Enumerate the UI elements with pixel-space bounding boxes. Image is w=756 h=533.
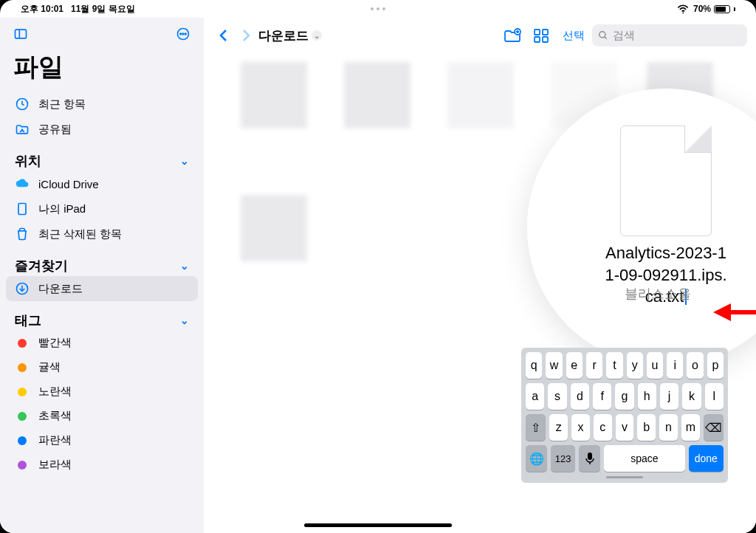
svg-rect-17 [588,453,592,460]
file-item[interactable] [447,62,514,128]
tag-dot-icon [15,412,30,421]
key-j[interactable]: j [660,383,678,410]
view-mode-button[interactable] [527,25,555,46]
search-input[interactable]: 검색 [592,24,747,47]
sidebar-tag-item[interactable]: 노란색 [6,379,198,404]
key-m[interactable]: m [681,414,700,441]
sidebar-item-icloud[interactable]: iCloud Drive [6,171,198,196]
keyboard-drag-handle[interactable] [606,476,643,478]
sidebar-item-label: 공유됨 [38,123,72,137]
sidebar: 파일 최근 항목 공유됨 위치 ⌄ iClo [0,18,204,533]
chevron-down-icon: ⌄ [312,30,322,41]
chevron-down-icon: ⌄ [180,155,189,167]
sidebar-tag-item[interactable]: 보라색 [6,453,198,477]
chevron-down-icon: ⌄ [180,314,189,326]
section-locations[interactable]: 위치 ⌄ [6,142,198,171]
sidebar-item-label: 최근 삭제된 항목 [38,227,122,241]
breadcrumb-label: 다운로드 [258,27,309,44]
multitask-dots[interactable] [371,7,385,10]
floating-keyboard[interactable]: qwertyuiop asdfghjkl ⇧zxcvbnm⌫ 🌐 123 spa… [521,348,728,483]
sidebar-tag-item[interactable]: 귤색 [6,355,198,379]
key-globe[interactable]: 🌐 [526,445,547,472]
sidebar-item-recents[interactable]: 최근 항목 [6,92,198,117]
sidebar-item-shared[interactable]: 공유됨 [6,117,198,142]
svg-point-0 [683,13,684,14]
file-item[interactable] [241,195,307,261]
more-icon[interactable] [176,27,190,44]
key-b[interactable]: b [637,414,656,441]
key-u[interactable]: u [647,352,663,379]
key-e[interactable]: e [566,352,583,379]
new-folder-button[interactable] [498,25,527,46]
key-c[interactable]: c [594,414,612,441]
svg-point-16 [599,32,605,38]
key-x[interactable]: x [571,414,590,441]
file-item[interactable] [344,62,410,128]
download-icon [15,281,30,296]
sidebar-item-label: 다운로드 [38,282,83,296]
key-shift[interactable]: ⇧ [526,414,546,441]
svg-point-6 [185,33,187,35]
status-time: 오후 10:01 [21,4,63,14]
key-k[interactable]: k [682,383,701,410]
sidebar-item-label: 보라색 [38,458,72,472]
svg-rect-1 [16,30,27,38]
sidebar-item-label: 최근 항목 [38,97,86,111]
search-icon [598,30,608,41]
key-d[interactable]: d [571,383,589,410]
key-h[interactable]: h [638,383,656,410]
section-tags[interactable]: 태그 ⌄ [6,301,198,331]
svg-point-4 [180,33,182,35]
key-n[interactable]: n [659,414,678,441]
key-l[interactable]: l [705,383,724,410]
key-backspace[interactable]: ⌫ [704,414,724,441]
key-a[interactable]: a [526,383,544,410]
tag-dot-icon [15,461,30,470]
key-y[interactable]: y [627,352,643,379]
key-z[interactable]: z [549,414,568,441]
key-r[interactable]: r [586,352,602,379]
sidebar-item-label: 노란색 [38,385,72,399]
sidebar-item-label: 나의 iPad [38,202,86,216]
svg-rect-9 [18,204,26,215]
sidebar-tag-item[interactable]: 빨간색 [6,331,198,355]
key-s[interactable]: s [548,383,566,410]
panel-toggle-icon[interactable] [13,27,28,44]
key-p[interactable]: p [707,352,724,379]
key-done[interactable]: done [689,445,724,472]
sidebar-tag-item[interactable]: 파란색 [6,428,198,453]
trash-icon [15,227,30,241]
key-q[interactable]: q [526,352,542,379]
key-f[interactable]: f [593,383,611,410]
sidebar-item-downloads[interactable]: 다운로드 [6,276,198,301]
section-label: 위치 [15,152,41,170]
sidebar-tag-item[interactable]: 초록색 [6,404,198,428]
key-w[interactable]: w [546,352,562,379]
key-v[interactable]: v [616,414,634,441]
file-item[interactable] [241,62,307,128]
key-numbers[interactable]: 123 [551,445,575,472]
key-space[interactable]: space [604,445,684,472]
svg-rect-15 [543,37,548,42]
app-title: 파일 [6,49,198,92]
section-favorites[interactable]: 즐겨찾기 ⌄ [6,247,198,276]
breadcrumb[interactable]: 다운로드 ⌄ [257,27,322,44]
chevron-down-icon: ⌄ [180,260,189,272]
sidebar-item-label: 파란색 [38,433,72,447]
home-indicator[interactable] [304,523,452,527]
key-mic[interactable] [579,445,600,472]
key-g[interactable]: g [615,383,633,410]
forward-button[interactable] [235,25,257,46]
key-o[interactable]: o [687,352,703,379]
content-area: 다운로드 ⌄ 선택 검색 [204,18,756,533]
key-i[interactable]: i [667,352,683,379]
file-icon [620,125,712,236]
back-button[interactable] [213,25,235,46]
sidebar-item-trash[interactable]: 최근 삭제된 항목 [6,221,198,247]
svg-point-5 [182,33,184,35]
select-button[interactable]: 선택 [555,29,592,43]
sidebar-item-label: 빨간색 [38,336,72,350]
key-t[interactable]: t [606,352,622,379]
sidebar-item-label: 귤색 [38,360,61,374]
sidebar-item-ipad[interactable]: 나의 iPad [6,196,198,221]
